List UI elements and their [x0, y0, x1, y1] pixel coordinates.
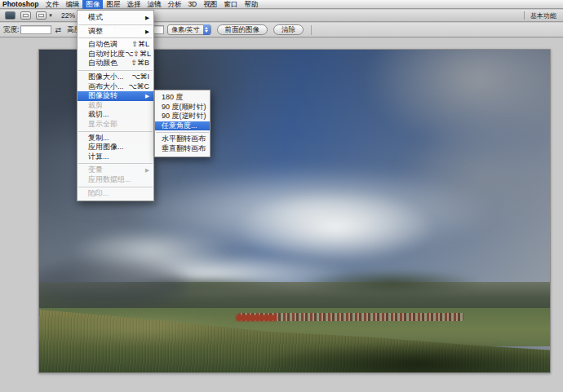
menu-item-auto-contrast[interactable]: 自动对比度 ⌥⇧⌘L	[78, 50, 153, 59]
swap-dimensions-icon[interactable]: ⇄	[55, 26, 61, 34]
resolution-unit-dropdown[interactable]: 像素/英寸	[167, 24, 211, 35]
stepper-up-arrow-icon	[205, 27, 208, 29]
menu-item-apply-image[interactable]: 应用图像...	[78, 143, 153, 152]
menu-item-image-rotation[interactable]: 图像旋转 ▶	[78, 91, 153, 101]
shortcut-label: ⌥⌘I	[131, 73, 149, 82]
menu-bar: Photoshop 文件 编辑 图像 图层 选择 滤镜 分析 3D 视图 窗口 …	[0, 0, 563, 9]
menu-item-canvas-size[interactable]: 画布大小... ⌥⌘C	[78, 82, 153, 92]
ps-logo-icon[interactable]	[5, 11, 16, 20]
grass-highlight	[50, 315, 233, 344]
shortcut-label: ⇧⌘L	[131, 40, 149, 50]
shortcut-label: ⌥⌘C	[128, 82, 149, 92]
menu-separator	[78, 24, 153, 25]
submenu-item-flip-horizontal[interactable]: 水平翻转画布	[155, 134, 210, 144]
menu-item-mode[interactable]: 模式 ▶	[78, 13, 153, 23]
menu-image[interactable]: 图像	[82, 0, 103, 9]
menu-item-trim[interactable]: 裁切...	[78, 110, 153, 120]
submenu-arrow-icon: ▶	[145, 165, 149, 175]
submenu-arrow-icon: ▶	[145, 27, 149, 37]
menu-separator	[78, 163, 153, 164]
menu-help[interactable]: 帮助	[241, 0, 261, 9]
submenu-item-180[interactable]: 180 度	[155, 93, 210, 103]
front-image-button[interactable]: 前面的图像	[217, 24, 268, 35]
menu-item-trap: 陷印...	[78, 189, 153, 199]
width-label: 宽度:	[3, 25, 19, 35]
menu-separator	[78, 187, 153, 187]
stepper-down-arrow-icon	[205, 30, 208, 33]
menu-separator	[78, 70, 153, 71]
menu-separator	[78, 37, 153, 38]
submenu-arrow-icon: ▶	[145, 91, 149, 101]
submenu-arrow-icon: ▶	[145, 13, 149, 23]
submenu-item-flip-vertical[interactable]: 垂直翻转画布	[155, 144, 210, 154]
shortcut-label: ⇧⌘B	[131, 59, 149, 68]
image-menu-dropdown: 模式 ▶ 调整 ▶ 自动色调 ⇧⌘L 自动对比度 ⌥⇧⌘L 自动颜色 ⇧⌘B 图…	[77, 10, 154, 201]
menu-item-image-size[interactable]: 图像大小... ⌥⌘I	[78, 73, 153, 82]
submenu-item-90-ccw[interactable]: 90 度(逆时针)	[155, 112, 210, 121]
menu-item-adjustments[interactable]: 调整 ▶	[78, 27, 153, 37]
menu-separator	[156, 132, 209, 133]
menu-3d[interactable]: 3D	[184, 0, 200, 9]
clear-button[interactable]: 清除	[273, 24, 304, 35]
menu-layer[interactable]: 图层	[103, 0, 123, 9]
resolution-unit-value: 像素/英寸	[171, 25, 199, 34]
arrange-dropdown-arrow-icon[interactable]: ▼	[48, 13, 53, 18]
submenu-item-arbitrary[interactable]: 任意角度...	[155, 121, 210, 131]
app-bar-divider	[524, 11, 525, 20]
menu-item-auto-tone[interactable]: 自动色调 ⇧⌘L	[78, 40, 153, 50]
menu-separator	[78, 131, 153, 132]
menu-analysis[interactable]: 分析	[164, 0, 184, 9]
menu-edit[interactable]: 编辑	[62, 0, 82, 9]
menu-item-duplicate[interactable]: 复制...	[78, 134, 153, 143]
stepper-icon	[203, 24, 211, 35]
menu-item-apply-data-set: 应用数据组...	[78, 175, 153, 185]
zoom-level-value: 22%	[61, 11, 75, 20]
menu-item-auto-color[interactable]: 自动颜色 ⇧⌘B	[78, 59, 153, 68]
shortcut-label: ⌥⇧⌘L	[125, 50, 151, 59]
bridge-icon[interactable]	[20, 11, 31, 20]
menu-item-crop: 裁剪	[78, 101, 153, 111]
menu-item-reveal-all: 显示全部	[78, 120, 153, 130]
width-input[interactable]	[20, 25, 51, 34]
submenu-item-90-cw[interactable]: 90 度(顺时针)	[155, 103, 210, 112]
arrange-documents-glyph	[38, 14, 44, 17]
village-red-roofs	[236, 315, 277, 321]
hill-right	[305, 271, 479, 297]
menu-item-calculations[interactable]: 计算...	[78, 152, 153, 162]
menu-file[interactable]: 文件	[42, 0, 62, 9]
app-menu-photoshop[interactable]: Photoshop	[0, 0, 42, 8]
menu-window[interactable]: 窗口	[220, 0, 241, 9]
arrange-documents-icon[interactable]	[36, 11, 47, 20]
options-bar-divider	[311, 25, 312, 35]
menu-view[interactable]: 视图	[200, 0, 220, 9]
menu-item-variables: 变量 ▶	[78, 165, 153, 175]
bridge-icon-glyph	[23, 14, 29, 17]
image-rotation-submenu: 180 度 90 度(顺时针) 90 度(逆时针) 任意角度... 水平翻转画布…	[154, 90, 211, 157]
menu-select[interactable]: 选择	[123, 0, 144, 9]
menu-filter[interactable]: 滤镜	[144, 0, 164, 9]
workspace-switcher[interactable]: 基本功能	[530, 11, 556, 20]
